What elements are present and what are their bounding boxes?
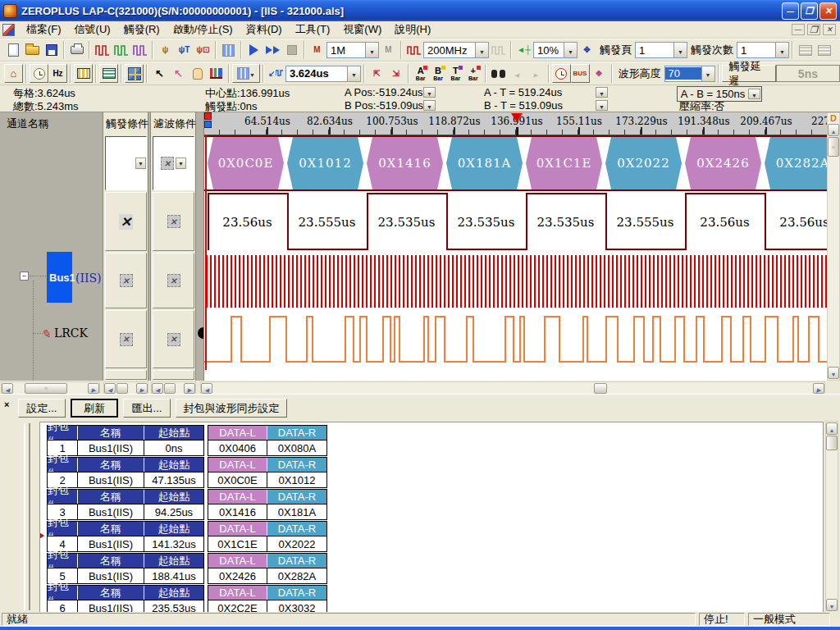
scroll-right-button[interactable] bbox=[136, 383, 148, 394]
lrck-waveform-row[interactable]: 23.56us23.555us23.535us23.535us23.535us2… bbox=[204, 191, 827, 253]
scroll-left-button[interactable] bbox=[2, 383, 13, 394]
packet-sync-button[interactable]: 封包與波形同步設定 bbox=[176, 399, 287, 418]
packet-settings-button[interactable]: 設定... bbox=[18, 399, 66, 418]
navigator-home-button[interactable]: ⌂ bbox=[4, 64, 23, 83]
menu-signal[interactable]: 信號(U) bbox=[68, 21, 117, 39]
color-setup-button[interactable]: ❖ bbox=[590, 64, 609, 83]
waveform-display[interactable]: 64.514us82.634us100.753us118.872us136.99… bbox=[203, 112, 827, 381]
packet-row[interactable]: 封包 #名稱起始點3Bus1(IIS)94.25usDATA-LDATA-R0X… bbox=[47, 489, 327, 520]
noise-filter-dropdown[interactable] bbox=[232, 64, 260, 83]
sample-rate-combo[interactable]: 200MHz bbox=[423, 42, 489, 58]
chevron-down-icon[interactable] bbox=[701, 66, 714, 81]
packet-export-button[interactable]: 匯出... bbox=[123, 399, 171, 418]
menu-tools[interactable]: 工具(T) bbox=[289, 21, 337, 39]
bus-data-segment[interactable]: 0X1012 bbox=[287, 137, 363, 189]
scroll-down-button[interactable] bbox=[826, 599, 838, 611]
lrck-filter-cell[interactable] bbox=[153, 192, 194, 251]
scroll-left-button[interactable] bbox=[201, 383, 212, 394]
scroll-down-button[interactable] bbox=[828, 367, 839, 379]
packet-table-area[interactable]: 封包 #名稱起始點1Bus1(IIS)0nsDATA-LDATA-R0X0406… bbox=[39, 422, 824, 614]
b-bar-button[interactable]: BBar bbox=[429, 64, 446, 83]
t-bar-button[interactable]: TBar bbox=[447, 64, 464, 83]
minimize-button[interactable] bbox=[782, 2, 799, 20]
save-file-button[interactable] bbox=[42, 41, 61, 60]
trigger-t-button[interactable]: ψT bbox=[175, 41, 194, 60]
sampling-setup-button[interactable] bbox=[93, 41, 112, 60]
scroll-right-button[interactable] bbox=[88, 383, 99, 394]
scroll-right-button[interactable] bbox=[184, 383, 195, 394]
scroll-right-button[interactable] bbox=[813, 383, 824, 394]
add-bar-button[interactable]: +Bar bbox=[464, 64, 482, 83]
bus1-filter-cell[interactable] bbox=[153, 136, 194, 190]
multi-select-tool-button[interactable]: ↖ bbox=[169, 64, 188, 83]
wave-height-combo[interactable]: 70 bbox=[664, 66, 715, 82]
open-file-button[interactable] bbox=[23, 41, 42, 60]
b-pos-menu-button[interactable] bbox=[423, 100, 436, 111]
menu-run-stop[interactable]: 啟動/停止(S) bbox=[167, 21, 240, 39]
scroll-thumb[interactable] bbox=[594, 383, 607, 394]
run-button[interactable] bbox=[244, 41, 263, 60]
scroll-thumb[interactable] bbox=[826, 436, 838, 450]
scroll-thumb[interactable] bbox=[116, 383, 128, 394]
a-pos-menu-button[interactable] bbox=[423, 87, 436, 98]
repeat-run-button[interactable] bbox=[263, 41, 282, 60]
bus-data-segment[interactable]: 0X181A bbox=[446, 137, 523, 189]
bus1-name[interactable]: Bus1 bbox=[49, 272, 75, 284]
bus-data-segment[interactable]: 0X0C0E bbox=[208, 137, 284, 189]
packet-row[interactable]: 封包 #名稱起始點2Bus1(IIS)47.135usDATA-LDATA-R0… bbox=[47, 457, 327, 488]
waveform-vertical-scrollbar[interactable]: D ≡ bbox=[827, 112, 840, 381]
waveform-h-scrollbar[interactable] bbox=[200, 381, 825, 395]
waveform-view-button[interactable] bbox=[74, 64, 93, 83]
new-file-button[interactable] bbox=[4, 41, 23, 60]
packet-row[interactable]: 封包 #名稱起始點4Bus1(IIS)141.32usDATA-LDATA-R0… bbox=[47, 521, 327, 552]
child-restore-button[interactable] bbox=[807, 24, 820, 35]
goto-trigger-bar-button[interactable]: ⇱ bbox=[368, 64, 386, 83]
chevron-down-icon[interactable] bbox=[365, 43, 378, 57]
channel-lrck[interactable]: LRCK bbox=[54, 326, 88, 340]
splitter-handle[interactable] bbox=[198, 327, 203, 339]
goto-trigger-button[interactable]: ✥ bbox=[578, 41, 596, 60]
scroll-up-button[interactable] bbox=[826, 422, 838, 435]
channel-h-scrollbar[interactable]: ≡ bbox=[1, 381, 100, 395]
memory-depth-button[interactable]: M bbox=[308, 41, 326, 60]
sclk-filter-cell[interactable] bbox=[153, 253, 194, 308]
trigger-ratio-combo[interactable]: 10% bbox=[533, 42, 578, 58]
a-bar-button[interactable]: ABar bbox=[412, 64, 429, 83]
filter-col-h-scrollbar[interactable] bbox=[151, 381, 196, 395]
tree-collapse-toggle[interactable] bbox=[20, 272, 29, 281]
lrck-trigger-cell[interactable] bbox=[105, 192, 147, 251]
chevron-down-icon[interactable] bbox=[673, 43, 687, 57]
a-b-menu-button[interactable] bbox=[748, 89, 760, 99]
b-t-menu-button[interactable] bbox=[596, 100, 608, 111]
chevron-down-icon[interactable] bbox=[347, 66, 360, 81]
scroll-left-button[interactable] bbox=[152, 383, 163, 394]
refresh-rate-button[interactable] bbox=[552, 64, 571, 83]
packet-row[interactable]: 封包 #名稱起始點6Bus1(IIS)235.53usDATA-LDATA-R0… bbox=[47, 585, 327, 614]
listing-view-button[interactable] bbox=[99, 64, 118, 83]
trigger-delay-setup-button[interactable]: ψ⊡ bbox=[194, 41, 212, 60]
scroll-thumb[interactable]: ≡ bbox=[828, 137, 839, 157]
bus-config-button[interactable]: BUS bbox=[571, 64, 590, 83]
chevron-down-icon[interactable] bbox=[775, 43, 788, 57]
bus1-trigger-cell[interactable] bbox=[105, 136, 147, 190]
menu-data[interactable]: 資料(D) bbox=[240, 21, 289, 39]
close-button[interactable] bbox=[819, 2, 837, 20]
bar-data-button[interactable] bbox=[207, 64, 226, 83]
find-button[interactable] bbox=[489, 64, 508, 83]
sample-rate-button[interactable] bbox=[404, 41, 423, 60]
child-close-button[interactable] bbox=[823, 24, 836, 35]
print-button[interactable] bbox=[67, 41, 86, 60]
packet-row[interactable]: 封包 #名稱起始點1Bus1(IIS)0nsDATA-LDATA-R0X0406… bbox=[47, 425, 327, 456]
scroll-left-button[interactable] bbox=[104, 383, 116, 394]
menu-window[interactable]: 視窗(W) bbox=[336, 21, 388, 39]
scroll-thumb[interactable]: ≡ bbox=[25, 383, 67, 394]
scroll-thumb[interactable] bbox=[164, 383, 176, 394]
trigger-mark-button[interactable] bbox=[112, 41, 130, 60]
menu-help[interactable]: 說明(H) bbox=[388, 21, 437, 39]
zoom-scale-combo[interactable]: 3.624us bbox=[285, 66, 361, 82]
trigger-count-combo[interactable]: 1 bbox=[737, 42, 789, 58]
packet-vertical-scrollbar[interactable] bbox=[825, 421, 838, 613]
bus-data-segment[interactable]: 0X282A bbox=[765, 137, 827, 189]
t-bar-flag-icon[interactable] bbox=[204, 112, 212, 120]
packet-row[interactable]: 封包 #名稱起始點5Bus1(IIS)188.41usDATA-LDATA-R0… bbox=[47, 553, 327, 584]
